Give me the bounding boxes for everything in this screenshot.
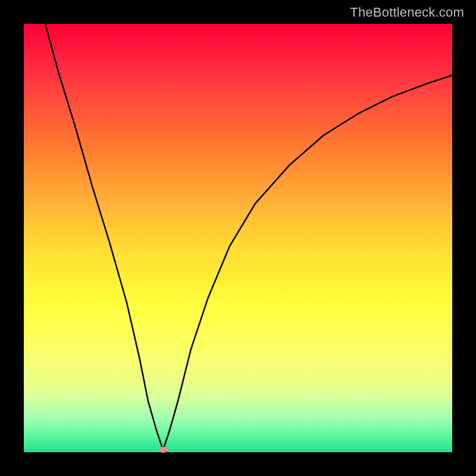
plot-area [24,24,452,452]
bottleneck-curve [45,24,452,450]
curve-svg [24,24,452,452]
minimum-marker [159,447,167,453]
chart-frame: TheBottleneck.com [0,0,476,476]
watermark-text: TheBottleneck.com [350,5,464,20]
